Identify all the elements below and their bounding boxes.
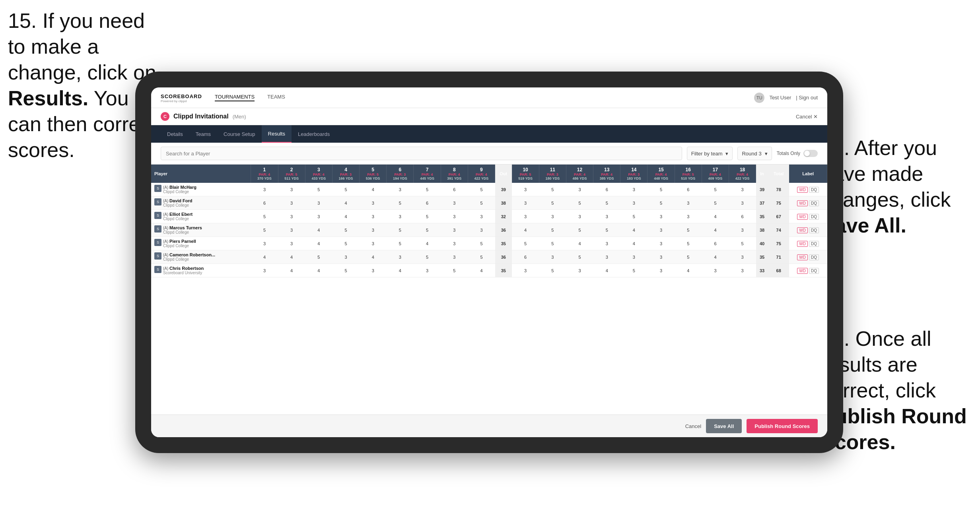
score-hole-5[interactable]: 3 <box>360 264 387 277</box>
score-hole-14[interactable]: 3 <box>620 250 648 264</box>
score-hole-9[interactable]: 5 <box>468 237 495 250</box>
team-filter-select[interactable]: Filter by team ▾ <box>687 147 733 160</box>
score-hole-5[interactable]: 4 <box>360 250 387 264</box>
score-hole-4[interactable]: 5 <box>332 223 359 237</box>
score-hole-14[interactable]: 3 <box>620 183 648 196</box>
score-hole-1[interactable]: 3 <box>251 183 278 196</box>
score-hole-4[interactable]: 3 <box>332 250 359 264</box>
score-hole-15[interactable]: 3 <box>648 223 675 237</box>
score-hole-12[interactable]: 5 <box>566 196 593 210</box>
score-hole-15[interactable]: 3 <box>648 264 675 277</box>
tab-course-setup[interactable]: Course Setup <box>217 125 262 143</box>
score-hole-11[interactable]: 5 <box>539 196 566 210</box>
score-hole-13[interactable]: 5 <box>593 196 620 210</box>
score-hole-13[interactable]: 6 <box>593 183 620 196</box>
score-hole-18[interactable]: 3 <box>729 196 756 210</box>
score-hole-9[interactable]: 4 <box>468 264 495 277</box>
wd-button[interactable]: WD <box>797 268 808 274</box>
score-hole-18[interactable]: 3 <box>729 183 756 196</box>
score-hole-8[interactable]: 3 <box>441 237 468 250</box>
wd-button[interactable]: WD <box>797 187 808 193</box>
score-hole-7[interactable]: 5 <box>414 183 441 196</box>
score-hole-12[interactable]: 4 <box>566 237 593 250</box>
score-hole-7[interactable]: 5 <box>414 210 441 223</box>
score-hole-13[interactable]: 3 <box>593 250 620 264</box>
score-hole-2[interactable]: 4 <box>278 264 305 277</box>
dq-button[interactable]: DQ <box>809 227 819 233</box>
score-hole-15[interactable]: 3 <box>648 250 675 264</box>
score-hole-17[interactable]: 4 <box>702 250 729 264</box>
score-hole-13[interactable]: 5 <box>593 223 620 237</box>
score-hole-3[interactable]: 3 <box>305 210 332 223</box>
score-hole-11[interactable]: 3 <box>539 250 566 264</box>
score-hole-8[interactable]: 3 <box>441 250 468 264</box>
tab-details[interactable]: Details <box>161 125 189 143</box>
score-hole-2[interactable]: 3 <box>278 237 305 250</box>
score-hole-18[interactable]: 3 <box>729 264 756 277</box>
score-hole-4[interactable]: 4 <box>332 210 359 223</box>
score-hole-5[interactable]: 3 <box>360 210 387 223</box>
score-hole-18[interactable]: 6 <box>729 210 756 223</box>
score-hole-4[interactable]: 5 <box>332 264 359 277</box>
score-hole-12[interactable]: 5 <box>566 250 593 264</box>
score-hole-2[interactable]: 3 <box>278 210 305 223</box>
score-hole-12[interactable]: 3 <box>566 210 593 223</box>
score-hole-18[interactable]: 3 <box>729 223 756 237</box>
score-hole-3[interactable]: 5 <box>305 183 332 196</box>
score-hole-12[interactable]: 3 <box>566 264 593 277</box>
score-hole-15[interactable]: 5 <box>648 196 675 210</box>
score-hole-6[interactable]: 5 <box>387 237 414 250</box>
score-hole-17[interactable]: 5 <box>702 196 729 210</box>
score-hole-6[interactable]: 5 <box>387 223 414 237</box>
wd-button[interactable]: WD <box>797 214 808 220</box>
score-hole-17[interactable]: 6 <box>702 237 729 250</box>
score-hole-11[interactable]: 5 <box>539 223 566 237</box>
cancel-button[interactable]: Cancel ✕ <box>796 114 818 120</box>
score-hole-12[interactable]: 5 <box>566 223 593 237</box>
score-hole-15[interactable]: 5 <box>648 183 675 196</box>
score-hole-1[interactable]: 5 <box>251 210 278 223</box>
score-hole-11[interactable]: 5 <box>539 264 566 277</box>
dq-button[interactable]: DQ <box>809 268 819 274</box>
score-hole-6[interactable]: 3 <box>387 183 414 196</box>
score-hole-16[interactable]: 6 <box>675 183 702 196</box>
score-hole-9[interactable]: 3 <box>468 223 495 237</box>
score-hole-7[interactable]: 3 <box>414 264 441 277</box>
totals-toggle-switch[interactable] <box>803 150 818 157</box>
score-hole-5[interactable]: 3 <box>360 196 387 210</box>
round-select[interactable]: Round 3 ▾ <box>737 147 772 160</box>
score-hole-2[interactable]: 4 <box>278 250 305 264</box>
score-hole-16[interactable]: 3 <box>675 196 702 210</box>
score-hole-8[interactable]: 6 <box>441 183 468 196</box>
score-hole-4[interactable]: 5 <box>332 237 359 250</box>
score-hole-2[interactable]: 3 <box>278 183 305 196</box>
nav-teams[interactable]: TEAMS <box>267 94 285 101</box>
score-hole-10[interactable]: 3 <box>512 196 539 210</box>
search-input[interactable] <box>161 147 682 160</box>
publish-button[interactable]: Publish Round Scores <box>747 419 818 433</box>
score-hole-11[interactable]: 3 <box>539 210 566 223</box>
score-hole-3[interactable]: 4 <box>305 237 332 250</box>
score-hole-9[interactable]: 5 <box>468 196 495 210</box>
score-hole-4[interactable]: 4 <box>332 196 359 210</box>
footer-cancel-button[interactable]: Cancel <box>685 423 701 429</box>
score-hole-16[interactable]: 5 <box>675 250 702 264</box>
wd-button[interactable]: WD <box>797 200 808 206</box>
score-hole-17[interactable]: 4 <box>702 223 729 237</box>
score-hole-9[interactable]: 3 <box>468 210 495 223</box>
score-hole-5[interactable]: 3 <box>360 237 387 250</box>
score-hole-14[interactable]: 5 <box>620 210 648 223</box>
score-hole-10[interactable]: 4 <box>512 223 539 237</box>
score-hole-17[interactable]: 3 <box>702 264 729 277</box>
score-hole-14[interactable]: 4 <box>620 237 648 250</box>
score-hole-17[interactable]: 5 <box>702 183 729 196</box>
score-hole-9[interactable]: 5 <box>468 250 495 264</box>
score-hole-13[interactable]: 3 <box>593 210 620 223</box>
save-all-button[interactable]: Save All <box>706 419 742 433</box>
score-hole-5[interactable]: 4 <box>360 183 387 196</box>
score-hole-14[interactable]: 5 <box>620 264 648 277</box>
score-hole-16[interactable]: 5 <box>675 223 702 237</box>
score-hole-7[interactable]: 6 <box>414 196 441 210</box>
wd-button[interactable]: WD <box>797 227 808 233</box>
score-hole-18[interactable]: 3 <box>729 250 756 264</box>
